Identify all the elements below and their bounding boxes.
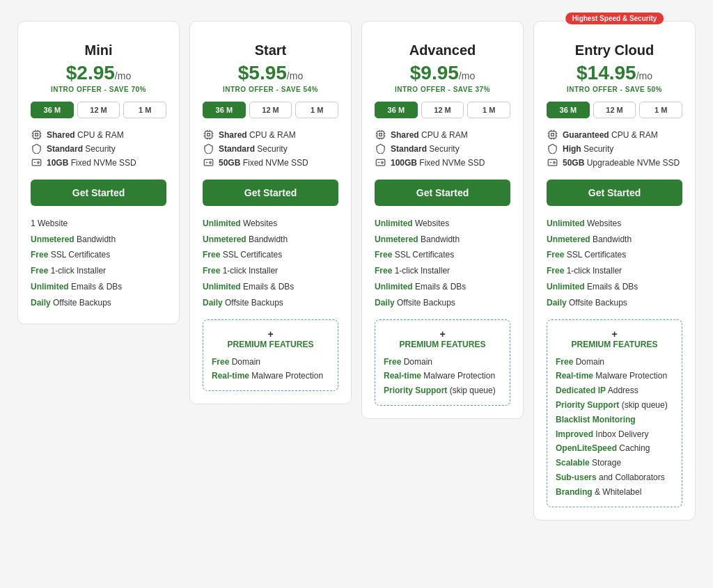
premium-item: Free Domain <box>212 355 329 370</box>
svg-rect-26 <box>377 132 384 138</box>
premium-header: +PREMIUM FEATURES <box>384 328 501 349</box>
feature-list: 1 WebsiteUnmetered BandwidthFree SSL Cer… <box>31 216 166 311</box>
premium-list: Free DomainReal-time Malware ProtectionD… <box>556 355 673 500</box>
svg-point-38 <box>381 162 383 164</box>
plan-card-advanced: Advanced$9.95/moINTRO OFFER - SAVE 37%36… <box>361 21 524 419</box>
feature-item: Unlimited Emails & DBs <box>31 279 166 295</box>
spec-item: Standard Security <box>375 142 510 156</box>
intro-offer: INTRO OFFER - SAVE 70% <box>31 86 166 93</box>
term-btn-2[interactable]: 1 M <box>123 102 166 118</box>
cpu-icon <box>547 129 558 141</box>
feature-item: Daily Offsite Backups <box>375 295 510 311</box>
plan-price: $14.95/mo <box>547 63 682 84</box>
intro-offer: INTRO OFFER - SAVE 37% <box>375 86 510 93</box>
feature-item: Unlimited Websites <box>547 216 682 232</box>
shield-icon <box>203 143 214 154</box>
term-buttons: 36 M12 M1 M <box>31 102 166 118</box>
term-btn-1[interactable]: 12 M <box>593 102 636 118</box>
premium-item: Dedicated IP Address <box>556 383 673 398</box>
top-badge: Highest Speed & Security <box>565 13 664 24</box>
get-started-button[interactable]: Get Started <box>31 180 166 206</box>
feature-item: 1 Website <box>31 216 166 232</box>
feature-item: Daily Offsite Backups <box>203 295 338 311</box>
premium-item: Free Domain <box>556 355 673 370</box>
term-btn-2[interactable]: 1 M <box>639 102 682 118</box>
get-started-button[interactable]: Get Started <box>203 180 338 206</box>
premium-box: +PREMIUM FEATURESFree DomainReal-time Ma… <box>547 319 682 507</box>
feature-item: Unlimited Websites <box>375 216 510 232</box>
svg-rect-40 <box>551 134 554 136</box>
svg-point-25 <box>209 162 211 164</box>
spec-item: 50GB Fixed NVMe SSD <box>203 156 338 170</box>
spec-item: 10GB Fixed NVMe SSD <box>31 156 166 170</box>
premium-item: Real-time Malware Protection <box>384 369 501 383</box>
term-buttons: 36 M12 M1 M <box>203 102 338 118</box>
spec-list: Shared CPU & RAM Standard Security 100GB… <box>375 128 510 170</box>
svg-point-51 <box>553 162 555 164</box>
term-btn-1[interactable]: 12 M <box>77 102 120 118</box>
svg-rect-13 <box>205 132 212 138</box>
plan-price: $9.95/mo <box>375 63 510 84</box>
premium-item: Real-time Malware Protection <box>556 369 673 383</box>
spec-item: 100GB Fixed NVMe SSD <box>375 156 510 170</box>
ssd-icon <box>547 157 558 168</box>
feature-item: Unmetered Bandwidth <box>31 232 166 248</box>
spec-item: Shared CPU & RAM <box>31 128 166 142</box>
shield-icon <box>31 143 42 154</box>
premium-item: Scalable Storage <box>556 456 673 470</box>
feature-item: Daily Offsite Backups <box>547 295 682 311</box>
plan-name: Entry Cloud <box>547 42 682 58</box>
feature-item: Free SSL Certificates <box>31 247 166 263</box>
premium-box: +PREMIUM FEATURESFree DomainReal-time Ma… <box>203 319 338 392</box>
premium-item: Real-time Malware Protection <box>212 369 329 383</box>
premium-list: Free DomainReal-time Malware Protection <box>212 355 329 384</box>
feature-item: Unmetered Bandwidth <box>547 232 682 248</box>
premium-item: Free Domain <box>384 355 501 370</box>
get-started-button[interactable]: Get Started <box>375 180 510 206</box>
plans-container: Mini$2.95/moINTRO OFFER - SAVE 70%36 M12… <box>14 14 699 527</box>
premium-box: +PREMIUM FEATURESFree DomainReal-time Ma… <box>375 319 510 406</box>
term-buttons: 36 M12 M1 M <box>547 102 682 118</box>
svg-rect-1 <box>35 134 38 136</box>
plan-period: /mo <box>115 70 131 81</box>
cpu-icon <box>203 129 214 141</box>
plan-name: Start <box>203 42 338 58</box>
term-btn-2[interactable]: 1 M <box>295 102 338 118</box>
spec-item: Shared CPU & RAM <box>203 128 338 142</box>
get-started-button[interactable]: Get Started <box>547 180 682 206</box>
feature-item: Free 1-click Installer <box>547 263 682 279</box>
term-btn-0[interactable]: 36 M <box>547 102 590 118</box>
premium-list: Free DomainReal-time Malware ProtectionP… <box>384 355 501 398</box>
plan-name: Advanced <box>375 42 510 58</box>
spec-list: Shared CPU & RAM Standard Security 50GB … <box>203 128 338 170</box>
feature-item: Free 1-click Installer <box>203 263 338 279</box>
spec-item: 50GB Upgradeable NVMe SSD <box>547 156 682 170</box>
plan-price: $2.95/mo <box>31 63 166 84</box>
feature-item: Daily Offsite Backups <box>31 295 166 311</box>
plan-period: /mo <box>459 70 475 81</box>
svg-rect-0 <box>33 132 40 138</box>
term-buttons: 36 M12 M1 M <box>375 102 510 118</box>
term-btn-0[interactable]: 36 M <box>203 102 246 118</box>
term-btn-0[interactable]: 36 M <box>375 102 418 118</box>
intro-offer: INTRO OFFER - SAVE 54% <box>203 86 338 93</box>
svg-point-12 <box>37 162 39 164</box>
feature-item: Unlimited Emails & DBs <box>547 279 682 295</box>
plan-card-entry-cloud: Highest Speed & SecurityEntry Cloud$14.9… <box>533 21 696 521</box>
feature-list: Unlimited WebsitesUnmetered BandwidthFre… <box>547 216 682 311</box>
spec-list: Shared CPU & RAM Standard Security 10GB … <box>31 128 166 170</box>
term-btn-1[interactable]: 12 M <box>421 102 464 118</box>
term-btn-1[interactable]: 12 M <box>249 102 292 118</box>
feature-item: Unlimited Websites <box>203 216 338 232</box>
intro-offer: INTRO OFFER - SAVE 50% <box>547 86 682 93</box>
premium-item: Improved Inbox Delivery <box>556 427 673 442</box>
premium-item: Sub-users and Collaborators <box>556 470 673 485</box>
spec-item: Standard Security <box>203 142 338 156</box>
premium-header: +PREMIUM FEATURES <box>212 328 329 349</box>
term-btn-2[interactable]: 1 M <box>467 102 510 118</box>
term-btn-0[interactable]: 36 M <box>31 102 74 118</box>
premium-item: Blacklist Monitoring <box>556 413 673 427</box>
feature-item: Free SSL Certificates <box>203 247 338 263</box>
cpu-icon <box>31 129 42 141</box>
spec-item: Shared CPU & RAM <box>375 128 510 142</box>
